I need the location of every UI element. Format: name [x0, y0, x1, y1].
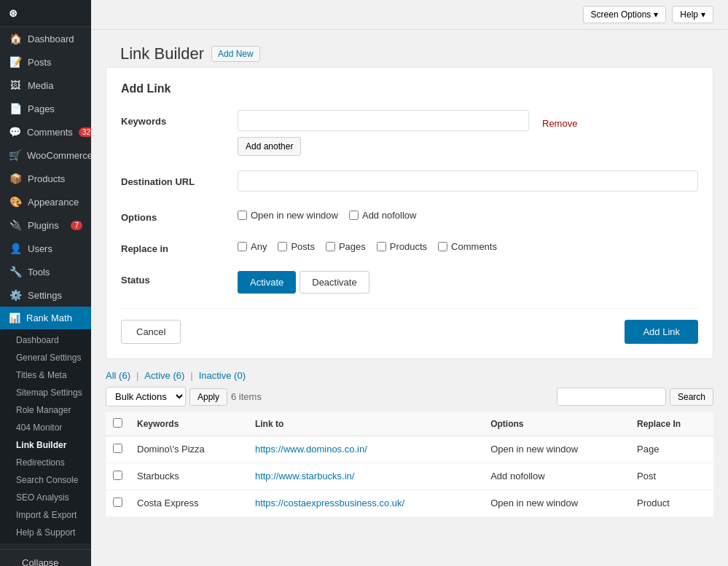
add-new-button[interactable]: Add New	[211, 46, 260, 62]
replace-any-checkbox[interactable]	[238, 242, 247, 251]
sidebar-item-woocommerce[interactable]: 🛒 WooCommerce	[0, 144, 91, 167]
table-controls: Bulk Actions Apply 6 items Search	[106, 387, 713, 406]
rankmath-sub-search[interactable]: Search Console	[0, 471, 91, 489]
replace-products-checkbox[interactable]	[377, 242, 386, 251]
rankmath-sub-import[interactable]: Import & Export	[0, 506, 91, 524]
collapse-menu-btn[interactable]: ◀ Collapse menu	[0, 549, 91, 566]
filter-all[interactable]: All (6)	[106, 370, 130, 381]
sidebar-item-products[interactable]: 📦 Products	[0, 167, 91, 190]
products-icon: 📦	[9, 173, 22, 184]
search-button[interactable]: Search	[670, 388, 713, 406]
open-new-window-label: Open in new window	[251, 210, 338, 221]
card-title: Add Link	[121, 82, 698, 95]
open-new-window-checkbox[interactable]	[238, 211, 247, 220]
topbar: Screen Options ▾ Help ▾	[91, 0, 728, 30]
add-nofollow-option[interactable]: Add nofollow	[349, 210, 416, 221]
sidebar-item-label: Users	[28, 243, 52, 254]
replace-pages-checkbox[interactable]	[326, 242, 335, 251]
rankmath-header[interactable]: 📊 Rank Math	[0, 307, 91, 329]
users-icon: 👤	[9, 243, 22, 254]
destination-url-row: Destination URL	[121, 170, 698, 192]
add-nofollow-checkbox[interactable]	[349, 211, 359, 220]
row-replace-in-1: Post	[630, 463, 713, 490]
page-header: Link Builder Add New	[106, 37, 713, 67]
status-row: Status Activate Deactivate	[121, 269, 698, 294]
deactivate-button[interactable]: Deactivate	[300, 271, 369, 294]
add-another-button[interactable]: Add another	[238, 137, 301, 156]
media-icon: 🖼	[9, 79, 22, 91]
screen-options-button[interactable]: Screen Options ▾	[583, 6, 667, 23]
activate-button[interactable]: Activate	[238, 271, 296, 294]
sidebar-item-settings[interactable]: ⚙️ Settings	[0, 283, 91, 307]
sidebar-item-label: Pages	[28, 103, 55, 114]
row-checkbox-2[interactable]	[113, 498, 122, 507]
replace-in-label: Replace in	[121, 237, 238, 254]
row-link-anchor-2[interactable]: https://costaexpressbusiness.co.uk/	[255, 498, 404, 508]
sidebar-item-label: Comments	[27, 127, 73, 138]
help-chevron: ▾	[701, 9, 705, 20]
cancel-button[interactable]: Cancel	[121, 320, 181, 344]
options-checkboxes: Open in new window Add nofollow	[238, 206, 698, 221]
bulk-actions-select[interactable]: Bulk Actions	[106, 387, 186, 406]
rankmath-sub-seo[interactable]: SEO Analysis	[0, 489, 91, 506]
row-link-anchor-1[interactable]: http://www.starbucks.in/	[255, 471, 355, 482]
sidebar-nav: 🏠 Dashboard 📝 Posts 🖼 Media 📄 Pages 💬 Co…	[0, 27, 91, 566]
rankmath-sub-linkbuilder[interactable]: Link Builder	[0, 436, 91, 454]
status-label: Status	[121, 269, 238, 294]
sidebar-item-plugins[interactable]: 🔌 Plugins 7	[0, 213, 91, 237]
comments-icon: 💬	[9, 126, 21, 138]
add-nofollow-label: Add nofollow	[362, 210, 416, 221]
help-button[interactable]: Help ▾	[672, 6, 713, 23]
rankmath-sub-sitemap[interactable]: Sitemap Settings	[0, 384, 91, 401]
row-checkbox-0[interactable]	[113, 444, 122, 453]
add-link-button[interactable]: Add Link	[625, 320, 698, 344]
rankmath-sub-general[interactable]: General Settings	[0, 349, 91, 366]
sidebar-item-label: Settings	[28, 290, 62, 301]
keywords-input[interactable]	[238, 110, 529, 131]
screen-options-label: Screen Options	[591, 9, 651, 20]
row-link-anchor-0[interactable]: https://www.dominos.co.in/	[255, 444, 367, 455]
sidebar-item-tools[interactable]: 🔧 Tools	[0, 260, 91, 283]
destination-url-label: Destination URL	[121, 170, 238, 192]
row-options-0: Open in new window	[483, 436, 630, 463]
remove-link[interactable]: Remove	[542, 112, 577, 129]
row-keywords-2: Costa Express	[130, 490, 248, 517]
rankmath-sub-redirections[interactable]: Redirections	[0, 454, 91, 471]
replace-posts-checkbox[interactable]	[278, 242, 287, 251]
replace-posts-option[interactable]: Posts	[278, 241, 315, 252]
col-keywords: Keywords	[130, 412, 248, 436]
bulk-apply-button[interactable]: Apply	[189, 388, 227, 406]
sidebar-item-dashboard[interactable]: 🏠 Dashboard	[0, 27, 91, 50]
sidebar-item-appearance[interactable]: 🎨 Appearance	[0, 190, 91, 213]
rankmath-sub-404[interactable]: 404 Monitor	[0, 419, 91, 436]
filter-bar: All (6) | Active (6) | Inactive (0)	[106, 370, 713, 381]
search-input[interactable]	[557, 388, 666, 406]
sidebar-item-posts[interactable]: 📝 Posts	[0, 50, 91, 74]
replace-comments-option[interactable]: Comments	[438, 241, 497, 252]
open-new-window-option[interactable]: Open in new window	[238, 210, 338, 221]
rankmath-sub-role[interactable]: Role Manager	[0, 401, 91, 419]
replace-comments-checkbox[interactable]	[438, 242, 447, 251]
replace-pages-option[interactable]: Pages	[326, 241, 366, 252]
select-all-checkbox[interactable]	[113, 418, 122, 428]
status-control: Activate Deactivate	[238, 269, 698, 294]
filter-active[interactable]: Active (6)	[144, 370, 184, 381]
replace-any-label: Any	[251, 241, 267, 252]
card-footer: Cancel Add Link	[121, 308, 698, 344]
filter-inactive[interactable]: Inactive (0)	[199, 370, 246, 381]
keywords-row: Keywords Remove Add another	[121, 110, 698, 156]
rankmath-sub-help[interactable]: Help & Support	[0, 524, 91, 541]
sidebar-item-label: Plugins	[28, 220, 59, 231]
rankmath-section: 📊 Rank Math Dashboard General Settings T…	[0, 307, 91, 543]
replace-products-option[interactable]: Products	[377, 241, 427, 252]
sidebar-item-pages[interactable]: 📄 Pages	[0, 97, 91, 120]
row-checkbox-1[interactable]	[113, 471, 122, 480]
rankmath-sub-dashboard[interactable]: Dashboard	[0, 331, 91, 349]
rankmath-sub-titles[interactable]: Titles & Meta	[0, 366, 91, 384]
destination-url-input[interactable]	[238, 170, 698, 192]
replace-in-row: Replace in Any Posts Pages	[121, 237, 698, 254]
sidebar-item-users[interactable]: 👤 Users	[0, 237, 91, 260]
replace-any-option[interactable]: Any	[238, 241, 267, 252]
sidebar-item-media[interactable]: 🖼 Media	[0, 74, 91, 97]
sidebar-item-comments[interactable]: 💬 Comments 32	[0, 120, 91, 144]
